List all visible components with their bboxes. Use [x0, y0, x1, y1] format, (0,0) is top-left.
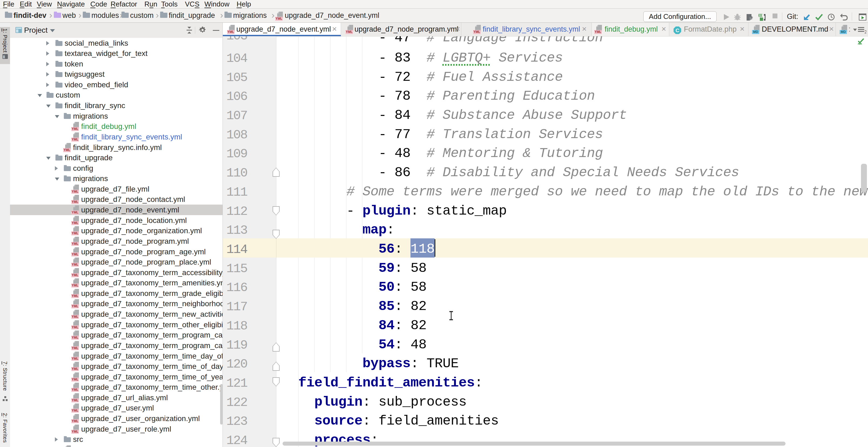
- svg-text:C: C: [676, 28, 679, 33]
- svg-text:2: 2: [865, 30, 866, 34]
